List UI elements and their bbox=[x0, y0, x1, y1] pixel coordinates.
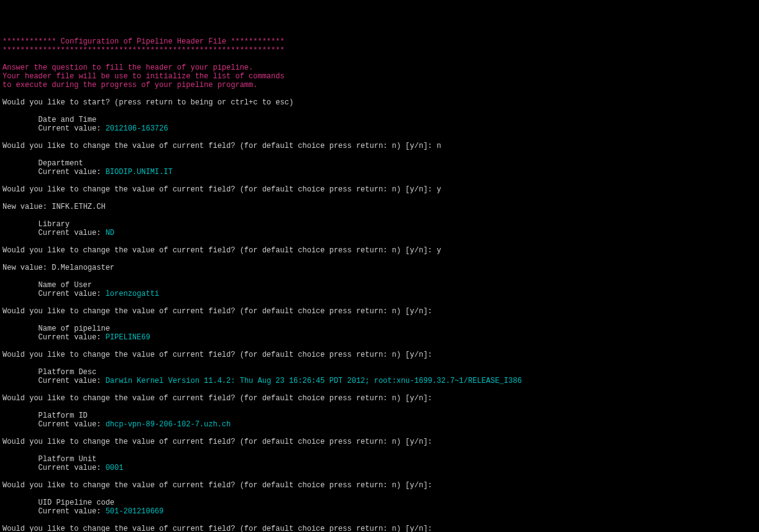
field-label-punit: Platform Unit bbox=[39, 455, 97, 464]
field-value-punit: 0001 bbox=[106, 464, 124, 472]
cv-label: Current value: bbox=[39, 420, 106, 429]
answer-library: y bbox=[432, 246, 441, 255]
newval-dept: INFK.ETHZ.CH bbox=[52, 203, 105, 211]
cv-label: Current value: bbox=[39, 290, 106, 298]
change-prompt[interactable]: Would you like to change the value of cu… bbox=[2, 394, 432, 403]
indent bbox=[2, 333, 39, 342]
indent bbox=[2, 159, 39, 168]
cv-label: Current value: bbox=[39, 377, 106, 385]
indent bbox=[2, 368, 39, 377]
cv-label: Current value: bbox=[39, 229, 106, 237]
indent bbox=[2, 464, 39, 472]
field-value-pdesc: Darwin Kernel Version 11.4.2: Thu Aug 23… bbox=[106, 377, 522, 385]
header-blurb-1: Answer the question to fill the header o… bbox=[2, 63, 253, 72]
change-prompt[interactable]: Would you like to change the value of cu… bbox=[2, 438, 432, 446]
field-value-pid: dhcp-vpn-89-206-102-7.uzh.ch bbox=[106, 420, 231, 429]
indent bbox=[2, 324, 39, 333]
start-prompt: Would you like to start? (press return t… bbox=[2, 98, 293, 107]
header-blurb-3: to execute during the progress of your p… bbox=[2, 81, 257, 89]
change-prompt[interactable]: Would you like to change the value of cu… bbox=[2, 142, 432, 150]
change-prompt[interactable]: Would you like to change the value of cu… bbox=[2, 525, 432, 532]
nv-label: New value: bbox=[2, 264, 52, 272]
cv-label: Current value: bbox=[39, 333, 106, 342]
field-value-library: ND bbox=[106, 229, 114, 237]
cv-label: Current value: bbox=[39, 168, 106, 177]
field-value-pipeline: PIPELINE69 bbox=[106, 333, 150, 342]
nv-label: New value: bbox=[2, 203, 52, 211]
field-label-pipeline: Name of pipeline bbox=[39, 324, 110, 333]
indent bbox=[2, 411, 39, 420]
header-blurb-2: Your header file will be use to initiali… bbox=[2, 72, 285, 81]
indent bbox=[2, 116, 39, 124]
answer-datetime: n bbox=[432, 142, 441, 150]
field-label-user: Name of User bbox=[39, 281, 92, 290]
field-label-pid: Platform ID bbox=[39, 411, 88, 420]
field-value-uid: 501-201210669 bbox=[106, 507, 164, 516]
field-value-dept: BIODIP.UNIMI.IT bbox=[106, 168, 173, 177]
indent bbox=[2, 498, 39, 507]
answer-dept: y bbox=[432, 185, 441, 194]
indent bbox=[2, 281, 39, 290]
field-label-pdesc: Platform Desc bbox=[39, 368, 97, 377]
indent bbox=[2, 229, 39, 237]
cv-label: Current value: bbox=[39, 464, 106, 472]
field-value-user: lorenzogatti bbox=[106, 290, 159, 298]
field-value-datetime: 2012106-163726 bbox=[106, 124, 168, 133]
field-label-library: Library bbox=[39, 220, 70, 229]
indent bbox=[2, 168, 39, 177]
change-prompt[interactable]: Would you like to change the value of cu… bbox=[2, 481, 432, 490]
indent bbox=[2, 377, 39, 385]
indent bbox=[2, 290, 39, 298]
change-prompt[interactable]: Would you like to change the value of cu… bbox=[2, 246, 432, 255]
change-prompt[interactable]: Would you like to change the value of cu… bbox=[2, 307, 432, 316]
indent bbox=[2, 124, 39, 133]
cv-label: Current value: bbox=[39, 507, 106, 516]
indent bbox=[2, 455, 39, 464]
field-label-datetime: Date and Time bbox=[39, 116, 97, 124]
change-prompt[interactable]: Would you like to change the value of cu… bbox=[2, 351, 432, 359]
field-label-dept: Department bbox=[39, 159, 83, 168]
header-line-1: ************ Configuration of Pipeline H… bbox=[2, 37, 285, 46]
change-prompt[interactable]: Would you like to change the value of cu… bbox=[2, 185, 432, 194]
header-line-2: ****************************************… bbox=[2, 46, 285, 55]
cv-label: Current value: bbox=[39, 124, 106, 133]
indent bbox=[2, 420, 39, 429]
indent bbox=[2, 220, 39, 229]
newval-library: D.Melanogaster bbox=[52, 264, 114, 272]
field-label-uid: UID Pipeline code bbox=[39, 498, 114, 507]
indent bbox=[2, 507, 39, 516]
